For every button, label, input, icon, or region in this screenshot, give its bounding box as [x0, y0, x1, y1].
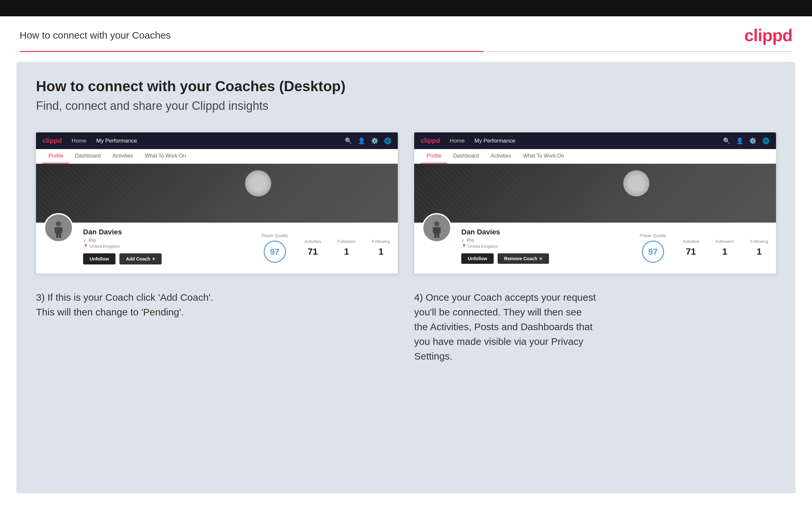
header-title: How to connect with your Coaches: [20, 30, 171, 41]
step3-description: 3) If this is your Coach click 'Add Coac…: [36, 290, 219, 319]
page-title: How to connect with your Coaches (Deskto…: [36, 78, 776, 95]
mock-stat-following-1: Following 1: [372, 239, 390, 257]
mock-location-2: United Kingdom: [461, 244, 553, 249]
mock-nav-2: clippd Home My Performance 🔍 👤 ⚙️ 🌐: [414, 132, 776, 149]
unfollow-button-2[interactable]: Unfollow: [461, 253, 494, 264]
mock-banner-overlay-1: [36, 164, 398, 223]
screenshots-row: clippd Home My Performance 🔍 👤 ⚙️ 🌐 Prof…: [36, 132, 776, 274]
top-bar: [0, 0, 812, 16]
mock-tab-dashboard-2[interactable]: Dashboard: [447, 149, 485, 163]
mock-stat-followers-2: Followers 1: [715, 239, 734, 257]
mock-stat-activities-2: Activities 71: [682, 239, 699, 257]
mock-banner-circle-2: [623, 170, 649, 196]
x-icon-2: [539, 256, 543, 261]
mock-nav-right-2: 🔍 👤 ⚙️ 🌐: [723, 137, 769, 145]
mock-stat-quality-1: Player Quality 97: [261, 233, 288, 263]
mock-tab-profile-2[interactable]: Profile: [421, 149, 447, 163]
mock-stat-activities-label-1: Activities: [304, 239, 321, 244]
add-coach-button-1[interactable]: Add Coach: [119, 253, 162, 265]
mock-stat-following-value-2: 1: [750, 246, 768, 257]
mock-banner-1: [36, 164, 398, 223]
mock-nav-performance-2: My Performance: [474, 137, 515, 144]
mock-player-name-1: Dan Davies: [83, 228, 175, 236]
mock-player-name-2: Dan Davies: [461, 228, 553, 236]
mock-nav-home-2: Home: [450, 137, 465, 144]
bell-icon-1: ⚙️: [371, 137, 378, 145]
mock-stat-followers-1: Followers 1: [337, 239, 356, 257]
mock-tab-activities-2[interactable]: Activities: [485, 149, 517, 163]
mock-banner-2: [414, 164, 776, 223]
pin-icon-2: [461, 244, 466, 249]
mock-nav-right-1: 🔍 👤 ⚙️ 🌐: [345, 137, 391, 145]
mock-stat-following-value-1: 1: [372, 246, 390, 257]
screenshot-2: clippd Home My Performance 🔍 👤 ⚙️ 🌐 Prof…: [414, 132, 776, 274]
avatar-figure-2: [430, 221, 443, 239]
mock-tabs-2: Profile Dashboard Activities What To Wor…: [414, 149, 776, 164]
mock-banner-overlay-2: [414, 164, 776, 223]
mock-player-badge-2: Pro: [461, 238, 553, 243]
mock-stat-quality-label-2: Player Quality: [640, 233, 666, 238]
svg-point-0: [56, 221, 61, 227]
mock-stat-followers-value-1: 1: [337, 246, 356, 257]
page-subtitle: Find, connect and share your Clippd insi…: [36, 99, 776, 113]
mock-stat-following-label-1: Following: [372, 239, 390, 244]
header: How to connect with your Coaches clippd: [0, 16, 812, 51]
mock-badge-text-2: Pro: [467, 238, 474, 243]
mock-nav-home-1: Home: [72, 137, 86, 144]
mock-tab-dashboard-1[interactable]: Dashboard: [69, 149, 106, 163]
check-icon-2: [461, 238, 465, 243]
mock-avatar-1: [44, 213, 73, 242]
mock-profile-body-2: Dan Davies Pro United Kingdom Unfollow R…: [414, 223, 776, 273]
remove-coach-button-2[interactable]: Remove Coach: [498, 253, 549, 264]
mock-player-badge-1: Pro: [83, 238, 175, 243]
check-icon-1: [83, 238, 87, 243]
mock-stats-1: Player Quality 97 Activities 71 Follower…: [261, 233, 390, 263]
mock-quality-circle-2: 97: [642, 240, 664, 263]
pin-icon-1: [83, 244, 88, 249]
mock-left-col-2: Dan Davies Pro United Kingdom Unfollow R…: [461, 228, 553, 264]
step4-description: 4) Once your Coach accepts your request …: [414, 290, 597, 363]
mock-stat-activities-1: Activities 71: [304, 239, 321, 257]
search-icon-1: 🔍: [345, 137, 352, 145]
svg-rect-3: [60, 227, 62, 233]
header-divider: [20, 51, 792, 52]
mock-stat-following-2: Following 1: [750, 239, 768, 257]
mock-stat-followers-value-2: 1: [715, 246, 734, 257]
mock-avatar-2: [422, 213, 452, 242]
mock-tabs-1: Profile Dashboard Activities What To Wor…: [36, 149, 398, 164]
mock-nav-1: clippd Home My Performance 🔍 👤 ⚙️ 🌐: [36, 132, 398, 149]
user-icon-2: 👤: [736, 137, 743, 145]
svg-rect-11: [437, 234, 439, 238]
mock-right-col-2: Player Quality 97 Activities 71 Follower…: [563, 228, 768, 263]
mock-location-1: United Kingdom: [83, 244, 175, 249]
mock-badge-text-1: Pro: [89, 238, 96, 243]
mock-stats-2: Player Quality 97 Activities 71 Follower…: [640, 233, 768, 263]
mock-left-col-1: Dan Davies Pro United Kingdom Unfollow A…: [83, 228, 175, 265]
mock-right-col-1: Player Quality 97 Activities 71 Follower…: [185, 228, 390, 263]
search-icon-2: 🔍: [723, 137, 730, 145]
avatar-figure-1: [52, 221, 65, 239]
mock-stat-quality-2: Player Quality 97: [640, 233, 666, 263]
mock-tab-profile-1[interactable]: Profile: [43, 149, 69, 163]
mock-tab-whattoworkon-1[interactable]: What To Work On: [139, 149, 192, 163]
mock-buttons-1: Unfollow Add Coach: [83, 253, 175, 265]
mock-stat-following-label-2: Following: [750, 239, 768, 244]
mock-stat-followers-label-1: Followers: [337, 239, 356, 244]
mock-tab-whattoworkon-2[interactable]: What To Work On: [517, 149, 570, 163]
svg-rect-2: [55, 227, 57, 233]
globe-icon-1: 🌐: [384, 137, 391, 145]
unfollow-button-1[interactable]: Unfollow: [83, 253, 115, 265]
plus-icon-1: [152, 256, 155, 262]
mock-logo-1: clippd: [43, 137, 62, 145]
bottom-left: 3) If this is your Coach click 'Add Coac…: [36, 290, 398, 363]
mock-stat-activities-value-2: 71: [682, 246, 699, 257]
screenshot-1: clippd Home My Performance 🔍 👤 ⚙️ 🌐 Prof…: [36, 132, 398, 274]
svg-rect-10: [434, 234, 437, 238]
mock-tab-activities-1[interactable]: Activities: [107, 149, 139, 163]
mock-buttons-2: Unfollow Remove Coach: [461, 253, 553, 264]
bell-icon-2: ⚙️: [749, 137, 756, 145]
svg-point-6: [434, 221, 439, 227]
globe-icon-2: 🌐: [762, 137, 769, 145]
mock-quality-circle-1: 97: [264, 240, 286, 263]
mock-logo-2: clippd: [421, 137, 440, 145]
